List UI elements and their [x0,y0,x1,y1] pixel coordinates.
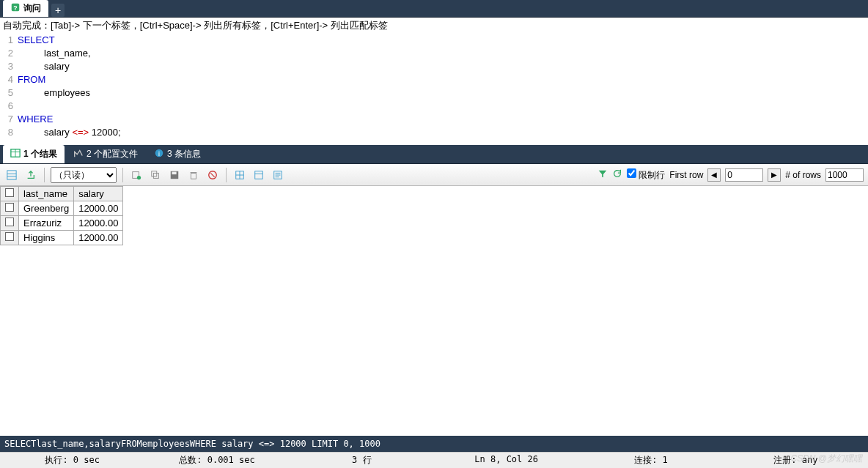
cell-salary[interactable]: 12000.00 [74,201,123,216]
svg-rect-13 [153,173,158,178]
table-row[interactable]: Higgins12000.00 [1,231,123,245]
results-grid[interactable]: last_namesalaryGreenberg12000.00Errazuri… [0,186,123,245]
tab-messages[interactable]: i 3 条信息 [147,145,208,163]
status-pos: Ln 8, Col 26 [434,454,578,467]
table-icon [10,148,21,160]
info-icon: i [154,148,164,160]
line-gutter: 12345678 [0,34,18,145]
profile-icon [73,148,84,160]
tab-add[interactable]: + [51,4,65,17]
view-grid-icon[interactable] [232,168,247,182]
sql-editor[interactable]: 12345678 SELECT last_name, salaryFROM em… [0,34,868,145]
svg-rect-16 [191,173,196,179]
tab-profiles-label: 2 个配置文件 [87,148,138,160]
cell-salary[interactable]: 12000.00 [74,231,123,245]
add-row-icon[interactable] [129,168,144,182]
filter-icon[interactable] [597,168,608,181]
status-conn: 连接: 1 [578,454,723,467]
delete-row-icon[interactable] [186,168,201,182]
tab-profiles[interactable]: 2 个配置文件 [66,145,145,163]
svg-line-19 [210,173,214,177]
row-select-cell[interactable] [1,216,19,231]
cell-salary[interactable]: 12000.00 [74,216,123,231]
num-rows-input[interactable] [825,168,864,182]
tab-results[interactable]: 1 个结果 [3,145,65,163]
toolbar-separator [226,168,227,182]
code-area[interactable]: SELECT last_name, salaryFROM employees W… [18,34,868,145]
svg-rect-7 [7,170,16,179]
status-rows: 3 行 [290,454,434,467]
editor-tab-bar: ? 询问 + [0,0,868,18]
status-total: 总数: 0.001 sec [144,454,289,467]
results-tab-bar: 1 个结果 2 个配置文件 i 3 条信息 [0,145,868,164]
status-bar: 执行: 0 sec 总数: 0.001 sec 3 行 Ln 8, Col 26… [0,452,868,468]
query-icon: ? [10,2,21,15]
status-exec: 执行: 0 sec [0,454,144,467]
svg-rect-23 [255,171,263,179]
row-select-cell[interactable] [1,201,19,216]
limit-rows-label: 限制行 [639,170,665,180]
save-icon[interactable] [167,168,182,182]
grid-view-icon[interactable] [4,168,19,182]
next-page-button[interactable]: ▶ [768,168,781,182]
toolbar-separator [122,168,123,182]
select-all-cell[interactable] [1,187,19,201]
tab-results-label: 1 个结果 [23,148,57,160]
svg-rect-12 [152,171,157,176]
cell-last-name[interactable]: Higgins [19,231,74,245]
view-text-icon[interactable] [271,168,285,182]
limit-rows-checkbox[interactable]: 限制行 [627,168,665,182]
prev-page-button[interactable]: ◀ [707,168,721,182]
status-sql: SELECTlast_name,salaryFROMemployeesWHERE… [0,436,868,452]
edit-mode-select[interactable]: （只读） [51,167,117,183]
results-grid-area: last_namesalaryGreenberg12000.00Errazuri… [0,186,868,436]
tab-messages-label: 3 条信息 [167,148,201,160]
cancel-icon[interactable] [205,168,220,182]
first-row-input[interactable] [725,168,763,182]
svg-text:i: i [158,150,160,157]
svg-rect-15 [172,171,177,174]
cell-last-name[interactable]: Errazuriz [19,216,74,231]
export-icon[interactable] [23,168,38,182]
first-row-label: First row [669,170,703,180]
watermark: CSDN @梦幻嘿嘿 [790,453,862,465]
row-select-cell[interactable] [1,231,19,245]
column-header[interactable]: salary [74,187,123,201]
num-rows-label: # of rows [785,170,821,180]
tab-query-label: 询问 [23,2,41,15]
toolbar-separator [44,168,45,182]
results-toolbar: （只读） 限制行 First row ◀ ▶ # of rows [0,164,868,186]
table-row[interactable]: Errazuriz12000.00 [1,216,123,231]
column-header[interactable]: last_name [19,187,74,201]
cell-last-name[interactable]: Greenberg [19,201,74,216]
plus-icon: + [55,4,61,16]
svg-point-11 [137,175,141,179]
autocomplete-hint: 自动完成：[Tab]-> 下一个标签，[Ctrl+Space]-> 列出所有标签… [0,18,868,34]
view-form-icon[interactable] [251,168,266,182]
table-row[interactable]: Greenberg12000.00 [1,201,123,216]
svg-text:?: ? [13,4,17,12]
refresh-icon[interactable] [612,168,622,181]
tab-query[interactable]: ? 询问 [3,0,48,17]
duplicate-row-icon[interactable] [148,168,163,182]
